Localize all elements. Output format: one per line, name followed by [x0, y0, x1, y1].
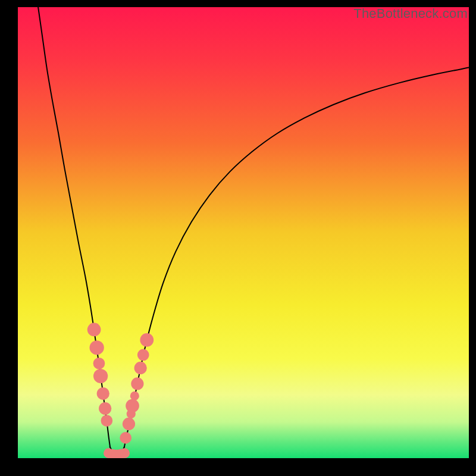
- data-marker: [130, 392, 139, 400]
- data-marker: [123, 418, 135, 430]
- data-marker: [126, 399, 139, 413]
- data-marker: [93, 358, 105, 369]
- data-marker: [134, 362, 147, 374]
- data-marker: [93, 369, 108, 383]
- data-marker: [90, 340, 104, 355]
- data-marker: [137, 349, 149, 361]
- watermark-text: TheBottleneck.com: [353, 6, 468, 21]
- data-marker: [99, 402, 111, 415]
- data-marker: [131, 377, 143, 390]
- data-marker: [120, 448, 130, 458]
- data-marker: [120, 432, 131, 444]
- plot-area: [18, 7, 469, 458]
- gradient-background: [18, 7, 469, 458]
- chart-frame: TheBottleneck.com: [0, 0, 476, 476]
- data-marker: [140, 333, 154, 347]
- bottleneck-curve-chart: [18, 7, 469, 458]
- data-marker: [101, 415, 112, 427]
- data-marker: [97, 387, 109, 400]
- data-marker: [87, 323, 101, 337]
